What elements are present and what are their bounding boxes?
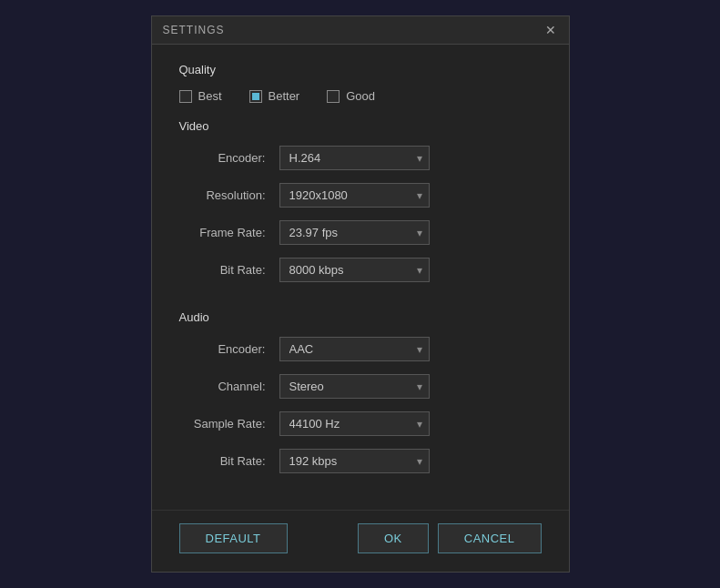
audio-encoder-select[interactable]: AAC MP3 PCM — [279, 337, 430, 361]
video-resolution-label: Resolution: — [179, 188, 279, 202]
audio-encoder-label: Encoder: — [179, 342, 279, 356]
video-bitrate-select-wrapper: 8000 kbps 5000 kbps 3000 kbps — [279, 258, 430, 282]
audio-encoder-select-wrapper: AAC MP3 PCM — [279, 337, 430, 361]
audio-bitrate-label: Bit Rate: — [179, 454, 279, 468]
audio-channel-row: Channel: Stereo Mono — [179, 374, 542, 399]
quality-option-better[interactable]: Better — [249, 89, 300, 103]
audio-bitrate-row: Bit Rate: 192 kbps 128 kbps 96 kbps — [179, 449, 542, 473]
default-button[interactable]: DEFAULT — [179, 523, 288, 553]
audio-encoder-row: Encoder: AAC MP3 PCM — [179, 337, 542, 361]
video-bitrate-select[interactable]: 8000 kbps 5000 kbps 3000 kbps — [279, 258, 430, 282]
video-framerate-select-wrapper: 23.97 fps 29.97 fps 60 fps — [279, 220, 430, 245]
video-encoder-row: Encoder: H.264 H.265 VP9 — [179, 146, 542, 170]
audio-samplerate-label: Sample Rate: — [179, 417, 279, 431]
quality-good-checkbox[interactable] — [327, 90, 340, 103]
quality-option-best[interactable]: Best — [179, 89, 222, 103]
quality-option-good[interactable]: Good — [327, 89, 375, 103]
audio-samplerate-select-wrapper: 44100 Hz 48000 Hz 22050 Hz — [279, 411, 430, 436]
dialog-body: Quality Best Better Good Video Encoder: … — [152, 45, 569, 504]
video-bitrate-label: Bit Rate: — [179, 263, 279, 277]
close-button[interactable]: ✕ — [543, 24, 558, 36]
quality-better-checkbox[interactable] — [249, 90, 262, 103]
audio-channel-select[interactable]: Stereo Mono — [279, 374, 430, 399]
quality-options-row: Best Better Good — [179, 89, 542, 103]
cancel-button[interactable]: CANCEL — [438, 523, 542, 553]
audio-samplerate-select[interactable]: 44100 Hz 48000 Hz 22050 Hz — [279, 411, 430, 436]
quality-good-label: Good — [346, 89, 375, 103]
video-framerate-select[interactable]: 23.97 fps 29.97 fps 60 fps — [279, 220, 430, 245]
video-framerate-label: Frame Rate: — [179, 226, 279, 239]
video-encoder-select-wrapper: H.264 H.265 VP9 — [279, 146, 430, 170]
video-section-title: Video — [179, 119, 542, 133]
video-framerate-row: Frame Rate: 23.97 fps 29.97 fps 60 fps — [179, 220, 542, 245]
video-resolution-row: Resolution: 1920x1080 1280x720 854x480 — [179, 183, 542, 208]
audio-channel-select-wrapper: Stereo Mono — [279, 374, 430, 399]
dialog-titlebar: SETTINGS ✕ — [152, 16, 569, 45]
section-divider — [179, 295, 542, 296]
audio-bitrate-select[interactable]: 192 kbps 128 kbps 96 kbps — [279, 449, 430, 473]
ok-button[interactable]: OK — [358, 523, 429, 553]
dialog-footer: DEFAULT OK CANCEL — [152, 510, 569, 572]
quality-best-checkbox[interactable] — [179, 90, 192, 103]
audio-section: Audio Encoder: AAC MP3 PCM Channel: Ster… — [179, 295, 542, 473]
audio-samplerate-row: Sample Rate: 44100 Hz 48000 Hz 22050 Hz — [179, 411, 542, 436]
audio-section-title: Audio — [179, 310, 542, 324]
audio-channel-label: Channel: — [179, 380, 279, 393]
quality-best-label: Best — [198, 89, 222, 103]
quality-section-title: Quality — [179, 63, 542, 76]
video-encoder-select[interactable]: H.264 H.265 VP9 — [279, 146, 430, 170]
video-encoder-label: Encoder: — [179, 151, 279, 165]
settings-dialog: SETTINGS ✕ Quality Best Better Good Vide… — [151, 15, 570, 573]
dialog-title: SETTINGS — [163, 24, 225, 36]
video-bitrate-row: Bit Rate: 8000 kbps 5000 kbps 3000 kbps — [179, 258, 542, 282]
audio-bitrate-select-wrapper: 192 kbps 128 kbps 96 kbps — [279, 449, 430, 473]
footer-right-buttons: OK CANCEL — [358, 523, 542, 553]
video-resolution-select-wrapper: 1920x1080 1280x720 854x480 — [279, 183, 430, 208]
quality-better-label: Better — [269, 89, 300, 103]
video-resolution-select[interactable]: 1920x1080 1280x720 854x480 — [279, 183, 430, 208]
